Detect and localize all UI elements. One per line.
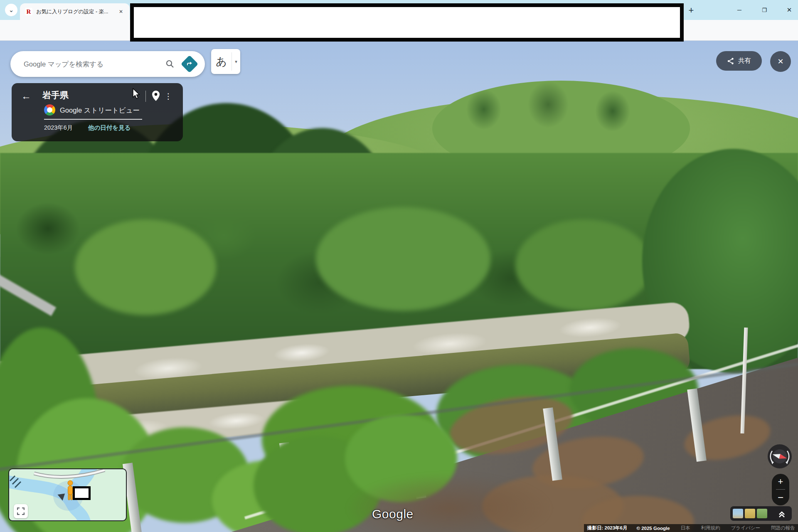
google-logo-icon [44, 104, 55, 116]
close-street-view-button[interactable]: ✕ [770, 51, 791, 72]
search-icon [165, 59, 175, 69]
search-input[interactable] [23, 60, 161, 69]
photo-bright-canopy [515, 219, 653, 311]
window-restore-button[interactable]: ❐ [757, 3, 771, 17]
ime-dropdown-icon[interactable]: ▾ [232, 59, 240, 64]
guardrail-post [543, 407, 562, 481]
panel-overflow-menu-icon[interactable]: ⋮ [164, 91, 173, 101]
tray-expand-icon[interactable] [778, 510, 786, 518]
panel-divider [145, 91, 146, 102]
directions-icon [181, 55, 198, 73]
tab-search-chevron-icon[interactable]: ⌄ [5, 4, 17, 16]
tab-close-icon[interactable]: ✕ [117, 8, 125, 15]
new-tab-button[interactable]: + [686, 5, 697, 16]
location-title: 岩手県 [42, 89, 69, 101]
window-close-button[interactable]: ✕ [782, 3, 796, 17]
minimap-fullscreen-button[interactable] [14, 504, 28, 518]
imagery-thumbnail[interactable] [733, 509, 743, 518]
share-button[interactable]: 共有 [716, 51, 762, 71]
attr-link-terms[interactable]: 利用規約 [701, 525, 720, 531]
compass-control[interactable] [767, 444, 792, 469]
other-dates-link[interactable]: 他の日付を見る [88, 124, 131, 132]
attr-capture-date: 撮影日: 2023年6月 [587, 525, 628, 531]
search-button[interactable] [161, 55, 179, 73]
provider-label: Google ストリートビュー [60, 106, 140, 115]
fullscreen-icon [17, 507, 25, 515]
attr-link-privacy[interactable]: プライバシー [731, 525, 760, 531]
share-label: 共有 [738, 57, 751, 65]
street-view-info-panel: ← 岩手県 Google ストリートビュー ⋮ 2023年6月 他の日付を見る [12, 83, 183, 141]
zoom-in-button[interactable]: + [772, 474, 789, 489]
panel-underline [44, 119, 142, 120]
redaction-box-minimap [73, 486, 91, 500]
tab-title: お気に入りブログの設定 - 楽... [36, 8, 108, 15]
redaction-box-top [130, 3, 684, 42]
google-watermark: Google [372, 507, 414, 521]
capture-date-label: 2023年6月 [44, 124, 73, 132]
attribution-bar: 撮影日: 2023年6月 © 2025 Google 日本 利用規約 プライバシ… [584, 524, 798, 532]
zoom-control: + − [772, 474, 789, 505]
ime-language-button[interactable]: あ ▾ [211, 49, 240, 74]
photo-bright-canopy [75, 219, 216, 315]
browser-window: ⌄ R お気に入りブログの設定 - 楽... ✕ + ─ ❐ ✕ ← → ↻ g… [0, 0, 798, 532]
guardrail-post [687, 388, 707, 462]
imagery-thumbnails-tray[interactable] [730, 506, 792, 521]
ime-label: あ [211, 54, 232, 69]
attr-link-report[interactable]: 問題の報告 [771, 525, 795, 531]
photo-bright-canopy [316, 207, 490, 311]
directions-button[interactable] [179, 54, 200, 74]
attr-copyright: © 2025 Google [637, 526, 670, 531]
imagery-thumbnail[interactable] [745, 509, 755, 518]
rakuten-favicon-icon: R [25, 8, 32, 15]
imagery-thumbnail[interactable] [757, 509, 767, 518]
window-minimize-button[interactable]: ─ [732, 3, 746, 17]
panel-back-button[interactable]: ← [19, 89, 33, 103]
maps-search-box[interactable] [10, 51, 205, 77]
mouse-cursor-icon [132, 88, 140, 100]
attr-link-country[interactable]: 日本 [681, 525, 690, 531]
browser-tab[interactable]: R お気に入りブログの設定 - 楽... ✕ [20, 3, 130, 20]
share-icon [727, 57, 734, 65]
zoom-out-button[interactable]: − [772, 490, 789, 505]
place-pin-icon[interactable] [151, 90, 160, 102]
